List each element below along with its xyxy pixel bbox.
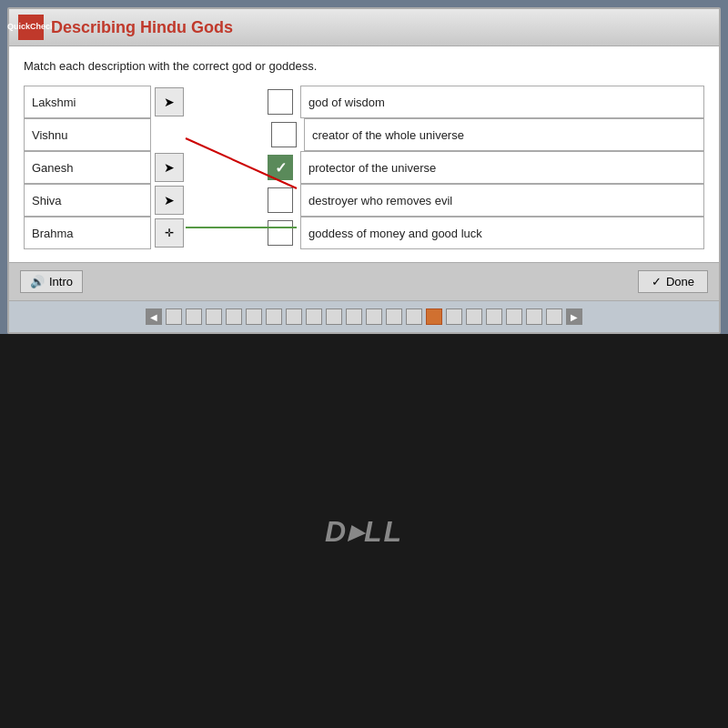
check-box-lakshmi[interactable]	[268, 89, 293, 115]
arrow-btn-brahma[interactable]: ✛	[155, 218, 184, 248]
dell-area: D▸LL	[0, 334, 728, 728]
check-box-shiva[interactable]	[268, 187, 293, 213]
nav-dot-14[interactable]	[426, 308, 442, 325]
nav-dot-1[interactable]	[166, 308, 182, 325]
nav-dot-17[interactable]	[486, 308, 502, 325]
nav-next-arrow[interactable]: ▶	[566, 308, 582, 325]
dell-logo: D▸LL	[325, 514, 403, 549]
nav-prev-arrow[interactable]: ◀	[146, 308, 162, 325]
bottom-bar: 🔊 Intro ✓ Done	[9, 262, 719, 300]
nav-dot-9[interactable]	[326, 308, 342, 325]
row-lakshmi: Lakshmi ➤ god of wisdom	[24, 86, 704, 118]
arrow-btn-shiva[interactable]: ➤	[155, 186, 184, 215]
title-bar: Quick Check Describing Hindu Gods	[9, 9, 719, 46]
nav-dot-10[interactable]	[346, 308, 362, 325]
nav-dot-16[interactable]	[466, 308, 482, 325]
desc-lakshmi: god of wisdom	[300, 86, 704, 118]
nav-dot-3[interactable]	[206, 308, 222, 325]
nav-dot-19[interactable]	[526, 308, 542, 325]
check-box-vishnu[interactable]	[271, 122, 297, 147]
nav-dot-20[interactable]	[546, 308, 562, 325]
god-label-lakshmi: Lakshmi	[24, 86, 151, 118]
row-shiva: Shiva ➤ destroyer who removes evil	[24, 184, 704, 217]
god-label-brahma: Brahma	[24, 217, 151, 249]
page-title: Describing Hindu Gods	[51, 18, 233, 37]
nav-dot-13[interactable]	[406, 308, 422, 325]
row-vishnu: Vishnu creator of the whole universe	[24, 118, 704, 151]
row-brahma: Brahma ✛ goddess of money and good luck	[24, 217, 704, 249]
intro-button[interactable]: 🔊 Intro	[20, 270, 83, 293]
quick-check-icon: Quick Check	[18, 15, 44, 40]
match-area: Lakshmi ➤ god of wisdom Vishnu	[24, 86, 704, 249]
nav-dot-2[interactable]	[186, 308, 202, 325]
nav-dot-8[interactable]	[306, 308, 322, 325]
row-ganesh: Ganesh ➤ protector of the universe	[24, 151, 704, 184]
nav-dot-15[interactable]	[446, 308, 462, 325]
desc-vishnu: creator of the whole universe	[304, 118, 704, 151]
instruction-text: Match each description with the correct …	[24, 59, 704, 73]
nav-dot-12[interactable]	[386, 308, 402, 325]
nav-dot-18[interactable]	[506, 308, 522, 325]
nav-dot-5[interactable]	[246, 308, 262, 325]
check-box-brahma[interactable]	[268, 220, 293, 246]
arrow-btn-ganesh[interactable]: ➤	[155, 153, 184, 182]
nav-dot-6[interactable]	[266, 308, 282, 325]
arrow-btn-lakshmi[interactable]: ➤	[155, 87, 184, 116]
god-label-vishnu: Vishnu	[24, 118, 151, 151]
desc-ganesh: protector of the universe	[300, 151, 704, 184]
done-button[interactable]: ✓ Done	[638, 270, 708, 293]
nav-dot-7[interactable]	[286, 308, 302, 325]
checkmark-icon: ✓	[652, 275, 662, 288]
desc-brahma: goddess of money and good luck	[300, 217, 704, 249]
check-box-ganesh[interactable]	[268, 155, 293, 180]
god-label-ganesh: Ganesh	[24, 151, 151, 184]
god-label-shiva: Shiva	[24, 184, 151, 217]
app-window: Quick Check Describing Hindu Gods Match …	[7, 7, 721, 334]
nav-dot-4[interactable]	[226, 308, 242, 325]
speaker-icon: 🔊	[30, 275, 45, 288]
nav-bar: ◀ ▶	[9, 300, 719, 332]
screen-wrapper: Quick Check Describing Hindu Gods Match …	[0, 0, 728, 728]
main-content: Match each description with the correct …	[9, 46, 719, 262]
desc-shiva: destroyer who removes evil	[300, 184, 704, 217]
nav-dot-11[interactable]	[366, 308, 382, 325]
